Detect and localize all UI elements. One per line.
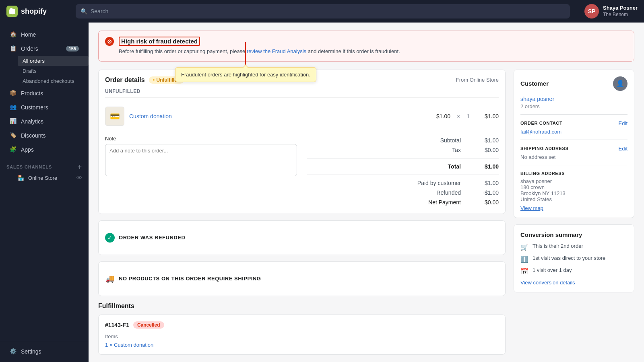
billing-street: 180 crown xyxy=(520,184,627,190)
conversion-card: Conversion summary 🛒 This is their 2nd o… xyxy=(514,224,634,292)
tooltip-arrow xyxy=(245,42,246,67)
customer-header: Customer 👤 xyxy=(520,76,627,91)
sidebar-products-label: Products xyxy=(21,90,43,97)
online-store-label: Online Store xyxy=(28,175,57,181)
sidebar-item-settings[interactable]: ⚙️ Settings xyxy=(3,345,85,358)
billing-address-title: BILLING ADDRESS xyxy=(520,171,627,176)
refunded-row: Refunded -$1.00 xyxy=(307,188,499,197)
add-sales-channel-button[interactable]: + xyxy=(78,163,82,171)
refunded-value: -$1.00 xyxy=(471,189,499,196)
cancelled-badge: Cancelled xyxy=(133,321,164,329)
contact-email[interactable]: fail@nofraud.com xyxy=(520,129,627,135)
visit-conv-icon: ℹ️ xyxy=(520,255,528,263)
note-label: Note xyxy=(105,136,297,142)
products-icon: 📦 xyxy=(10,90,17,97)
truck-icon: 🚚 xyxy=(105,274,115,284)
conversion-title: Conversion summary xyxy=(520,231,627,238)
order-contact-title: ORDER CONTACT Edit xyxy=(520,120,627,126)
product-name[interactable]: Custom donation xyxy=(129,113,431,119)
orders-conv-icon: 🛒 xyxy=(520,243,528,251)
shipping-status: 🚚 NO PRODUCTS ON THIS ORDER REQUIRE SHIP… xyxy=(105,268,499,289)
sidebar-item-discounts[interactable]: 🏷️ Discounts xyxy=(3,129,85,142)
tax-row: Tax $0.00 xyxy=(307,145,499,155)
top-navigation: shopify 🔍 Search SP Shaya Posner The Ben… xyxy=(0,0,644,23)
user-info: Shaya Posner The Benom xyxy=(603,5,638,18)
shipping-address-edit[interactable]: Edit xyxy=(619,146,627,152)
paid-value: $1.00 xyxy=(471,180,499,186)
view-conversion-link[interactable]: View conversion details xyxy=(520,280,575,286)
net-label: Net Payment xyxy=(396,199,461,206)
refunded-icon: ✓ xyxy=(105,233,115,243)
order-details-card: Order details Unfulfilled From Online St… xyxy=(98,70,506,214)
billing-country: United States xyxy=(520,196,627,202)
orders-icon: 📋 xyxy=(10,45,17,52)
customer-title: Customer xyxy=(520,80,549,87)
settings-icon: ⚙️ xyxy=(10,348,17,355)
eye-icon: 👁 xyxy=(76,175,82,181)
orders-badge: 155 xyxy=(66,46,79,51)
from-store: From Online Store xyxy=(456,77,499,83)
conv-row-2: ℹ️ 1st visit was direct to your store xyxy=(520,255,627,263)
sidebar-item-products[interactable]: 📦 Products xyxy=(3,86,85,100)
tax-value: $0.00 xyxy=(471,147,499,153)
user-name: Shaya Posner xyxy=(603,5,638,12)
search-bar[interactable]: 🔍 Search xyxy=(76,4,570,19)
fulfillments-title: Fulfillments xyxy=(98,302,506,310)
sidebar-item-orders[interactable]: 📋 Orders 155 xyxy=(3,42,85,56)
fulfillment-items-label: Items xyxy=(105,333,499,339)
fulfillment-item[interactable]: 1 × Custom donation xyxy=(105,342,499,348)
shipping-status-card: 🚚 NO PRODUCTS ON THIS ORDER REQUIRE SHIP… xyxy=(98,261,506,296)
sidebar-item-analytics[interactable]: 📊 Analytics xyxy=(3,115,85,128)
sidebar-customers-label: Customers xyxy=(21,104,48,111)
refunded-label: ORDER WAS REFUNDED xyxy=(119,234,185,241)
note-input[interactable] xyxy=(105,144,297,176)
tax-label: Tax xyxy=(396,147,461,153)
home-icon: 🏠 xyxy=(10,31,17,38)
analytics-icon: 📊 xyxy=(10,118,17,125)
sidebar-item-drafts[interactable]: Drafts xyxy=(18,66,89,76)
fraud-banner-content: High risk of fraud detected Before fulfi… xyxy=(119,37,400,56)
online-store-icon: 🏪 xyxy=(18,175,24,181)
product-thumbnail: 💳 xyxy=(105,107,124,126)
fraud-icon: ⊘ xyxy=(105,37,114,46)
sidebar-item-abandoned[interactable]: Abandoned checkouts xyxy=(18,76,89,86)
sidebar-analytics-label: Analytics xyxy=(21,118,43,125)
order-contact-edit[interactable]: Edit xyxy=(619,120,627,126)
tooltip-box: Fraudulent orders are highlighted for ea… xyxy=(175,67,316,82)
shipping-address-text: No address set xyxy=(520,154,627,160)
user-avatar[interactable]: SP xyxy=(584,4,599,19)
total-label: Total xyxy=(396,163,461,170)
net-row: Net Payment $0.00 xyxy=(307,197,499,207)
product-qty-sep: × xyxy=(457,113,460,119)
conv-row-1: 🛒 This is their 2nd order xyxy=(520,243,627,251)
view-map-link[interactable]: View map xyxy=(520,205,543,211)
abandoned-label: Abandoned checkouts xyxy=(23,78,74,84)
customer-avatar: 👤 xyxy=(613,76,627,91)
unfulfilled-section-label: UNFULFILLED xyxy=(105,88,499,98)
product-row: 💳 Custom donation $1.00 × 1 $1.00 xyxy=(105,102,499,131)
fraud-title: High risk of fraud detected xyxy=(119,37,200,46)
fraud-analysis-link[interactable]: review the Fraud Analysis xyxy=(247,48,306,54)
shipping-label: NO PRODUCTS ON THIS ORDER REQUIRE SHIPPI… xyxy=(119,276,261,282)
conv-row-3: 📅 1 visit over 1 day xyxy=(520,267,627,275)
net-value: $0.00 xyxy=(471,199,499,206)
tooltip-text: Fraudulent orders are highlighted for ea… xyxy=(181,72,310,78)
logo-text: shopify xyxy=(21,7,47,16)
order-details-title-area: Order details Unfulfilled xyxy=(105,76,184,84)
orders-submenu: All orders Drafts Abandoned checkouts xyxy=(0,56,89,86)
sidebar-item-all-orders[interactable]: All orders xyxy=(18,56,89,66)
conv-text-3: 1 visit over 1 day xyxy=(533,267,572,273)
calendar-conv-icon: 📅 xyxy=(520,267,528,275)
sidebar-item-apps[interactable]: 🧩 Apps xyxy=(3,143,85,156)
subtotal-label: Subtotal xyxy=(396,137,461,144)
sidebar-item-online-store[interactable]: 🏪 Online Store 👁 xyxy=(0,172,89,183)
sidebar-bottom: ⚙️ Settings xyxy=(0,341,89,362)
logo[interactable]: shopify xyxy=(6,6,71,17)
note-section: Note Subtotal $1.00 Tax $0.00 xyxy=(105,136,499,207)
sidebar-item-customers[interactable]: 👥 Customers xyxy=(3,101,85,114)
fulfillment-card: #1143-F1 Cancelled Items 1 × Custom dona… xyxy=(98,315,506,355)
sidebar-item-home[interactable]: 🏠 Home xyxy=(3,28,85,41)
customer-name[interactable]: shaya posner xyxy=(520,96,627,102)
conv-text-2: 1st visit was direct to your store xyxy=(533,255,605,261)
fraud-banner: ⊘ High risk of fraud detected Before ful… xyxy=(98,31,634,62)
